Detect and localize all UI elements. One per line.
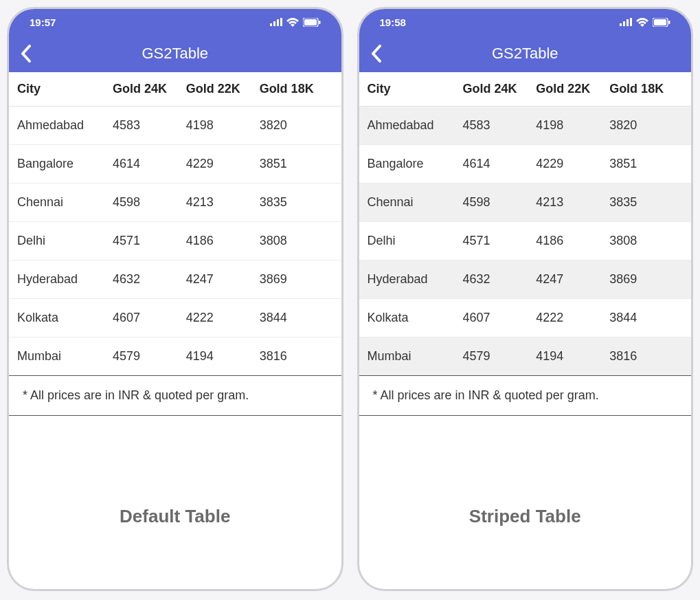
column-header-gold24k: Gold 24K bbox=[462, 82, 536, 96]
caption: Default Table bbox=[9, 506, 341, 527]
cell-gold24k: 4614 bbox=[462, 157, 536, 171]
svg-rect-2 bbox=[277, 19, 279, 26]
cell-gold22k: 4229 bbox=[536, 157, 609, 171]
caption: Striped Table bbox=[359, 506, 692, 527]
cell-gold22k: 4222 bbox=[186, 311, 260, 325]
svg-rect-13 bbox=[668, 21, 670, 24]
cell-city: Ahmedabad bbox=[368, 118, 463, 133]
table-body: Ahmedabad 4583 4198 3820 Bangalore 4614 … bbox=[9, 107, 341, 376]
status-icons bbox=[620, 18, 670, 27]
table-row[interactable]: Mumbai 4579 4194 3816 bbox=[359, 337, 692, 376]
svg-rect-9 bbox=[626, 19, 629, 26]
cell-city: Bangalore bbox=[368, 157, 463, 171]
table-row[interactable]: Chennai 4598 4213 3835 bbox=[359, 184, 692, 222]
cell-gold18k: 3816 bbox=[260, 349, 333, 364]
cell-city: Hyderabad bbox=[17, 272, 113, 287]
signal-icon bbox=[620, 18, 632, 26]
battery-icon bbox=[303, 18, 321, 27]
cell-gold18k: 3820 bbox=[260, 118, 333, 133]
column-header-gold18k: Gold 18K bbox=[260, 82, 333, 96]
cell-gold24k: 4579 bbox=[113, 349, 186, 364]
cell-gold18k: 3808 bbox=[609, 234, 683, 248]
nav-title: GS2Table bbox=[9, 45, 341, 63]
cell-gold18k: 3816 bbox=[609, 349, 683, 364]
cell-gold18k: 3844 bbox=[609, 311, 683, 325]
table-header: City Gold 24K Gold 22K Gold 18K bbox=[9, 72, 341, 107]
table-row[interactable]: Delhi 4571 4186 3808 bbox=[9, 222, 341, 260]
cell-gold24k: 4579 bbox=[462, 349, 536, 364]
table-row[interactable]: Delhi 4571 4186 3808 bbox=[359, 222, 692, 260]
table-row[interactable]: Ahmedabad 4583 4198 3820 bbox=[359, 107, 692, 145]
table-row[interactable]: Ahmedabad 4583 4198 3820 bbox=[9, 107, 341, 145]
cell-gold24k: 4598 bbox=[462, 195, 536, 210]
cell-gold18k: 3835 bbox=[609, 195, 683, 210]
table-row[interactable]: Bangalore 4614 4229 3851 bbox=[9, 145, 341, 184]
cell-city: Chennai bbox=[368, 195, 463, 210]
cell-gold22k: 4213 bbox=[536, 195, 609, 210]
cell-gold24k: 4632 bbox=[462, 272, 536, 287]
svg-rect-5 bbox=[304, 19, 317, 25]
cell-gold24k: 4571 bbox=[113, 234, 186, 248]
status-icons bbox=[270, 18, 321, 27]
cell-city: Ahmedabad bbox=[17, 118, 113, 133]
cell-city: Mumbai bbox=[368, 349, 463, 364]
status-bar: 19:57 bbox=[9, 9, 341, 35]
cell-gold24k: 4583 bbox=[462, 118, 536, 133]
cell-gold24k: 4614 bbox=[113, 157, 186, 171]
table-row[interactable]: Hyderabad 4632 4247 3869 bbox=[9, 260, 341, 299]
svg-rect-7 bbox=[620, 23, 622, 26]
svg-rect-1 bbox=[273, 21, 275, 26]
cell-gold22k: 4198 bbox=[186, 118, 260, 133]
wifi-icon bbox=[636, 18, 648, 27]
cell-gold24k: 4607 bbox=[462, 311, 536, 325]
footnote: * All prices are in INR & quoted per gra… bbox=[9, 376, 341, 416]
cell-gold22k: 4222 bbox=[536, 311, 609, 325]
phone-striped: 19:58 GS2Table City Gold 24K Gold 22K Go… bbox=[357, 7, 694, 591]
table-row[interactable]: Kolkata 4607 4222 3844 bbox=[359, 299, 692, 337]
column-header-gold18k: Gold 18K bbox=[609, 82, 683, 96]
table-row[interactable]: Bangalore 4614 4229 3851 bbox=[359, 145, 692, 184]
cell-gold22k: 4247 bbox=[536, 272, 609, 287]
cell-city: Kolkata bbox=[17, 311, 113, 325]
cell-city: Chennai bbox=[17, 195, 113, 210]
battery-icon bbox=[653, 18, 670, 27]
back-button[interactable] bbox=[370, 44, 383, 63]
cell-gold22k: 4186 bbox=[536, 234, 609, 248]
nav-title: GS2Table bbox=[359, 45, 692, 63]
cell-gold18k: 3844 bbox=[260, 311, 333, 325]
cell-gold22k: 4194 bbox=[186, 349, 260, 364]
cell-gold24k: 4607 bbox=[113, 311, 186, 325]
content-area: City Gold 24K Gold 22K Gold 18K Ahmedaba… bbox=[359, 72, 692, 589]
wifi-icon bbox=[286, 18, 299, 27]
cell-city: Delhi bbox=[368, 234, 463, 248]
column-header-city: City bbox=[368, 82, 463, 96]
table-row[interactable]: Kolkata 4607 4222 3844 bbox=[9, 299, 341, 337]
nav-bar: GS2Table bbox=[359, 35, 692, 72]
cell-gold18k: 3869 bbox=[260, 272, 333, 287]
footnote: * All prices are in INR & quoted per gra… bbox=[359, 376, 692, 416]
cell-gold24k: 4632 bbox=[113, 272, 186, 287]
cell-gold22k: 4194 bbox=[536, 349, 609, 364]
cell-city: Hyderabad bbox=[368, 272, 463, 287]
table-row[interactable]: Chennai 4598 4213 3835 bbox=[9, 184, 341, 222]
table-header: City Gold 24K Gold 22K Gold 18K bbox=[359, 72, 692, 107]
table-row[interactable]: Mumbai 4579 4194 3816 bbox=[9, 337, 341, 376]
table-row[interactable]: Hyderabad 4632 4247 3869 bbox=[359, 260, 692, 299]
column-header-gold22k: Gold 22K bbox=[186, 82, 260, 96]
svg-rect-8 bbox=[623, 21, 625, 26]
cell-gold18k: 3851 bbox=[609, 157, 683, 171]
cell-gold22k: 4198 bbox=[536, 118, 609, 133]
phone-default: 19:57 GS2Table City Gold 24K Gold 22K Go… bbox=[7, 7, 343, 591]
svg-rect-0 bbox=[270, 23, 272, 26]
cell-gold22k: 4247 bbox=[186, 272, 260, 287]
cell-gold22k: 4213 bbox=[186, 195, 260, 210]
cell-city: Mumbai bbox=[17, 349, 113, 364]
cell-gold22k: 4229 bbox=[186, 157, 260, 171]
status-time: 19:58 bbox=[380, 16, 406, 28]
cell-gold18k: 3851 bbox=[260, 157, 333, 171]
cell-gold18k: 3820 bbox=[609, 118, 683, 133]
column-header-gold24k: Gold 24K bbox=[113, 82, 186, 96]
back-button[interactable] bbox=[20, 44, 32, 63]
status-time: 19:57 bbox=[30, 16, 56, 28]
column-header-city: City bbox=[17, 82, 113, 96]
